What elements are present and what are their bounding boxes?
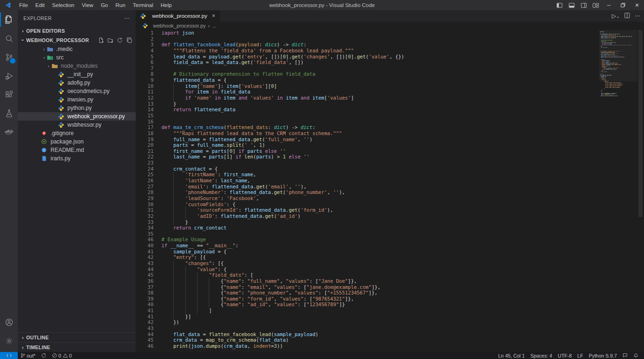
- more-actions-icon[interactable]: ⋯: [635, 13, 640, 19]
- settings-gear-icon[interactable]: [0, 331, 18, 350]
- line-number: 46: [136, 237, 154, 243]
- activitybar-explorer-icon[interactable]: [0, 10, 18, 29]
- tree-item-adofig-py[interactable]: adofig.py: [18, 79, 136, 87]
- tree-item-node-modules[interactable]: ›node_modules: [18, 62, 136, 70]
- menu-file[interactable]: File: [15, 0, 32, 10]
- line-number: 14: [136, 107, 154, 113]
- tab-bar: webhook_processor.py × ▷⌄ ⋯: [136, 10, 644, 22]
- python-icon: [58, 71, 65, 78]
- line-number: 23: [136, 160, 154, 166]
- tree-item-src[interactable]: ›src: [18, 53, 136, 62]
- tab-webhook-processor[interactable]: webhook_processor.py ×: [136, 10, 220, 22]
- python-interpreter[interactable]: Python S.9.7: [586, 352, 620, 359]
- python-icon: [58, 88, 65, 95]
- tree-item-webhook-processor-py[interactable]: webhook_processor.py: [18, 112, 136, 121]
- collapse-folders-icon[interactable]: [126, 37, 132, 43]
- activity-bar: [0, 10, 18, 352]
- line-number: 1: [136, 30, 154, 36]
- tree-item--medic[interactable]: ›.medic: [18, 45, 136, 53]
- line-number: 34: [136, 225, 154, 231]
- git-branch-status[interactable]: out*: [18, 352, 38, 359]
- tree-item-package-json[interactable]: package.json: [18, 137, 136, 146]
- indentation-setting[interactable]: Spaces: 4: [527, 352, 555, 359]
- tree-item-inwsies-py[interactable]: inwsies.py: [18, 95, 136, 104]
- timeline-section[interactable]: › TIMELINE: [18, 342, 136, 352]
- code-line-25: 25 'firstName': first_name,: [136, 172, 637, 178]
- menu-run[interactable]: Run: [112, 0, 129, 10]
- breadcrumb-separator: ›: [208, 23, 210, 29]
- sync-changes[interactable]: [38, 352, 49, 359]
- code-line-31: 31 'sourceFormId': flattened_data.get('f…: [136, 207, 637, 213]
- split-editor-icon[interactable]: [624, 13, 630, 20]
- activitybar-run-debug-icon[interactable]: [0, 66, 18, 85]
- tree-item-oecondmetics-py[interactable]: oecondmetics.py: [18, 87, 136, 95]
- close-tab-icon[interactable]: ×: [212, 13, 215, 19]
- refresh-explorer-icon[interactable]: [117, 37, 123, 43]
- vertical-scrollbar[interactable]: [637, 30, 644, 352]
- file-blue-icon: [41, 155, 48, 162]
- activitybar-extensions-icon[interactable]: [0, 85, 18, 104]
- new-folder-icon[interactable]: [108, 37, 113, 43]
- scrollbar-slider[interactable]: [638, 30, 643, 217]
- folder-node-icon: [51, 63, 59, 70]
- close-window-button[interactable]: ✕: [630, 0, 644, 10]
- menu-terminal[interactable]: Terminal: [129, 0, 157, 10]
- tree-item-label: .medic: [56, 46, 73, 52]
- tree-item-wsbhessor-py[interactable]: wsbhessor.py: [18, 121, 136, 129]
- code-line-41: 41 }]: [136, 314, 637, 320]
- breadcrumb-file[interactable]: webhook_processor.py: [153, 23, 206, 29]
- breadcrumb-tail[interactable]: ...: [212, 23, 216, 29]
- minimize-button[interactable]: ─: [602, 0, 616, 10]
- tree-item-label: __init__py: [67, 71, 93, 78]
- new-file-icon[interactable]: [98, 37, 104, 43]
- restore-button[interactable]: [616, 0, 630, 10]
- outline-section[interactable]: › OUTLINE: [18, 332, 136, 342]
- tree-item--init-py[interactable]: __init__py: [18, 70, 136, 79]
- feedback-icon[interactable]: [620, 352, 630, 359]
- code-line-19: 19 full_name = flattened_data.get('full_…: [136, 136, 637, 143]
- activitybar-search-icon[interactable]: [0, 29, 18, 48]
- cursor-position[interactable]: Ln 45, Col 1: [496, 352, 528, 359]
- vscode-logo-icon: [4, 2, 12, 8]
- problems-status[interactable]: 0 0: [49, 352, 75, 359]
- code-line-40: 40 {"name": "ad_id", "values": ["1234567…: [136, 302, 637, 308]
- code-line-13: 13 }: [136, 101, 637, 107]
- line-number: 3: [136, 42, 154, 48]
- tree-item-irarts-py[interactable]: irarts.py: [18, 154, 136, 163]
- run-python-file-icon[interactable]: ▷⌄: [612, 13, 620, 19]
- open-editors-section[interactable]: › OPEN EDITORS: [18, 26, 136, 36]
- code-line-16: 16: [136, 119, 637, 125]
- remote-indicator[interactable]: [0, 352, 18, 359]
- minimap[interactable]: [599, 30, 637, 133]
- line-number: 42: [136, 319, 154, 325]
- encoding-setting[interactable]: UTF-8: [555, 352, 575, 359]
- activitybar-testing-icon[interactable]: [0, 104, 18, 122]
- menu-help[interactable]: Help: [157, 0, 176, 10]
- eol-setting[interactable]: LF: [575, 352, 586, 359]
- activitybar-source-control-icon[interactable]: [0, 48, 18, 66]
- toggle-sidebar-icon[interactable]: [553, 0, 565, 10]
- menu-go[interactable]: Go: [97, 0, 111, 10]
- explorer-more-actions-icon[interactable]: ⋯: [124, 15, 130, 22]
- customize-layout-icon[interactable]: [590, 0, 602, 10]
- code-editor[interactable]: 1iaport json23def flatten_facebook_lead(…: [136, 30, 637, 352]
- code-line-43: 43: [136, 325, 637, 331]
- python-file-icon: [140, 13, 147, 20]
- breadcrumb[interactable]: webhook_processor.py › ...: [136, 22, 644, 30]
- tree-item--gitignore[interactable]: .gitignore: [18, 129, 136, 137]
- activitybar-docker-icon[interactable]: [0, 122, 18, 141]
- account-icon[interactable]: [0, 313, 18, 331]
- toggle-secondary-sidebar-icon[interactable]: [578, 0, 590, 10]
- toggle-panel-icon[interactable]: [565, 0, 578, 10]
- menu-selection[interactable]: Selection: [48, 0, 78, 10]
- tree-item-readme-md[interactable]: iREADME.md: [18, 146, 136, 154]
- code-line-39: 39 {"name": "form_id", "values": ["98765…: [136, 296, 637, 302]
- tree-item-python-py[interactable]: python.py: [18, 104, 136, 112]
- chevron-right-icon: ›: [46, 64, 51, 69]
- notifications-bell-icon[interactable]: [630, 352, 641, 359]
- menu-view[interactable]: View: [78, 0, 97, 10]
- code-line-38: 38 {"name": "phone_number", "values": ["…: [136, 290, 637, 296]
- menu-edit[interactable]: Edit: [32, 0, 49, 10]
- project-section[interactable]: › WEBHOOK_PROCESSOR: [18, 36, 136, 45]
- line-number: 5: [136, 54, 154, 60]
